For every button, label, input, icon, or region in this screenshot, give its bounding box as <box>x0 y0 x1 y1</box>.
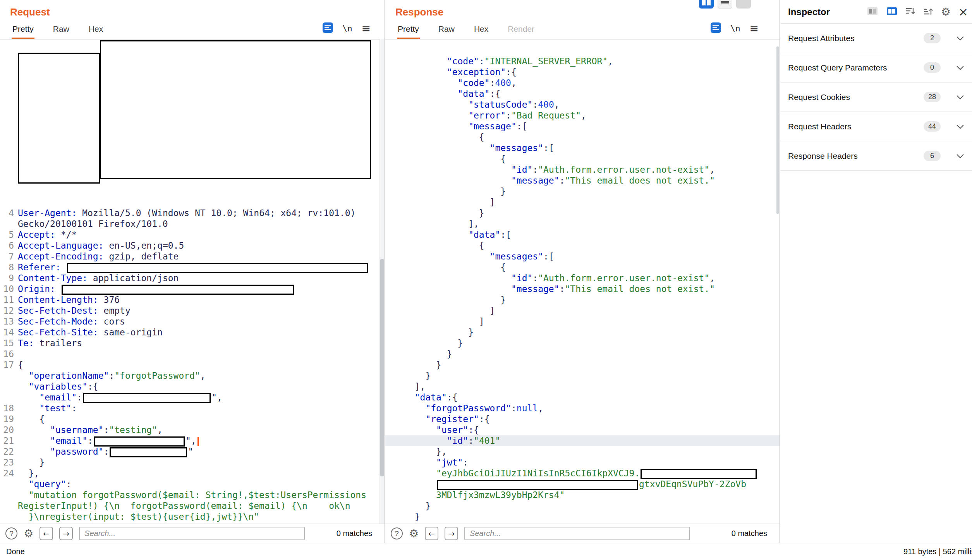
close-icon[interactable]: × <box>958 6 968 18</box>
tab-raw[interactable]: Raw <box>52 24 70 39</box>
code-line: { <box>385 153 780 164</box>
code-line: 7Accept-Encoding: gzip, deflate <box>0 251 385 262</box>
next-match-button[interactable]: → <box>59 527 73 540</box>
request-search-bar: ? ⚙ ← → 0 matches <box>0 524 385 543</box>
redaction-box <box>110 447 187 457</box>
count-badge: 2 <box>924 33 941 43</box>
tab-hex[interactable]: Hex <box>473 24 489 39</box>
code-line: 9Content-Type: application/json <box>0 273 385 283</box>
help-icon[interactable]: ? <box>5 527 17 539</box>
show-newlines-toggle[interactable]: \n <box>730 24 740 33</box>
code-line: 15Te: trailers <box>0 338 385 349</box>
code-line: } <box>385 359 780 370</box>
code-line: "register":{ <box>385 414 780 424</box>
code-line: }, <box>385 446 780 457</box>
previous-match-button[interactable]: ← <box>425 527 438 540</box>
chevron-down-icon <box>957 92 963 99</box>
gear-icon[interactable]: ⚙ <box>409 528 419 539</box>
show-newlines-toggle[interactable]: \n <box>342 24 352 33</box>
code-line: } <box>385 208 780 218</box>
code-line: "code":"INTERNAL_SERVER_ERROR", <box>385 56 780 67</box>
tab-pretty[interactable]: Pretty <box>397 24 420 39</box>
code-line: 22 "password":" <box>0 446 385 457</box>
chevron-down-icon <box>957 63 963 70</box>
code-line: { <box>385 240 780 251</box>
layout-selector-icons <box>699 0 751 9</box>
code-line: 6Accept-Language: en-US,en;q=0.5 <box>0 240 385 251</box>
gear-icon[interactable]: ⚙ <box>24 528 33 539</box>
rows-layout-icon[interactable] <box>718 0 732 9</box>
code-line: ] <box>385 197 780 208</box>
response-match-count: 0 matches <box>732 529 767 538</box>
line-number: 24 <box>0 468 14 479</box>
next-match-button[interactable]: → <box>445 527 458 540</box>
redaction-box <box>67 263 368 273</box>
tabs-layout-icon[interactable] <box>736 0 751 9</box>
line-number: 5 <box>0 229 14 240</box>
inspector-section-request-cookies[interactable]: Request Cookies28 <box>780 82 972 112</box>
gear-icon[interactable]: ⚙ <box>941 7 951 17</box>
code-line: "operationName":"forgotPassword", <box>0 370 385 381</box>
code-line: 12Sec-Fetch-Dest: empty <box>0 305 385 316</box>
soft-wrap-toggle-icon[interactable] <box>711 22 721 34</box>
code-line: } <box>385 338 780 349</box>
request-editor[interactable]: fUzO4fNczFULreqCGhxmOoQ8WXmtL44User-Agen… <box>0 40 385 524</box>
response-search-bar: ? ⚙ ← → 0 matches <box>385 524 780 543</box>
code-line: "exception":{ <box>385 67 780 77</box>
soft-wrap-toggle-icon[interactable] <box>323 22 333 34</box>
tab-hex[interactable]: Hex <box>88 24 104 39</box>
code-line: Gecko/20100101 Firefox/101.0 <box>0 218 385 229</box>
tab-raw[interactable]: Raw <box>438 24 455 39</box>
line-number: 4 <box>0 208 14 218</box>
request-panel-header: Request PrettyRawHex \n ≡ <box>0 0 385 40</box>
inspector-section-request-headers[interactable]: Request Headers44 <box>780 112 972 141</box>
redaction-box <box>18 53 100 184</box>
code-line: "jwt": <box>385 457 780 468</box>
response-viewer[interactable]: "code":"INTERNAL_SERVER_ERROR", "excepti… <box>385 40 780 524</box>
code-line: }\nregister(input: $test){user{id},jwt}}… <box>0 511 385 522</box>
code-line: ] <box>385 316 780 327</box>
chevron-down-icon <box>957 33 963 40</box>
request-search-input[interactable] <box>79 527 305 540</box>
response-code-lines: "code":"INTERNAL_SERVER_ERROR", "excepti… <box>385 56 780 524</box>
response-search-input[interactable] <box>464 527 690 540</box>
code-line: } <box>0 522 385 524</box>
request-scrollbar[interactable] <box>380 39 385 524</box>
code-line: "query": <box>0 479 385 490</box>
line-number: 12 <box>0 305 14 316</box>
code-line: ] <box>385 305 780 316</box>
editor-menu-icon[interactable]: ≡ <box>362 23 371 34</box>
request-title: Request <box>10 6 385 18</box>
split-pane-view-icon[interactable] <box>886 5 898 19</box>
line-number: 13 <box>0 316 14 327</box>
code-line: 23 } <box>0 457 385 468</box>
request-editor-icons: \n ≡ <box>323 22 371 34</box>
line-number: 8 <box>0 262 14 273</box>
code-line: } <box>385 294 780 305</box>
tab-render[interactable]: Render <box>507 24 535 39</box>
collapse-all-icon[interactable] <box>905 6 915 18</box>
inspector-section-response-headers[interactable]: Response Headers6 <box>780 141 972 171</box>
expand-all-icon[interactable] <box>923 6 933 18</box>
redaction-box <box>94 436 185 447</box>
line-number: 16 <box>0 349 14 359</box>
inspector-section-request-attributes[interactable]: Request Attributes2 <box>780 24 972 53</box>
line-number: 17 <box>0 359 14 370</box>
code-line: } <box>385 327 780 338</box>
request-scrollbar-thumb[interactable] <box>380 259 384 476</box>
columns-layout-icon[interactable] <box>699 0 714 9</box>
inspector-panel: Inspector ⚙ × <box>780 0 972 543</box>
tab-pretty[interactable]: Pretty <box>12 24 34 39</box>
code-line: } <box>385 522 780 524</box>
previous-match-button[interactable]: ← <box>39 527 53 540</box>
section-label: Request Query Parameters <box>788 63 887 72</box>
inspector-section-request-query-parameters[interactable]: Request Query Parameters0 <box>780 53 972 82</box>
section-label: Request Attributes <box>788 34 855 43</box>
code-line: 20 "username":"testing", <box>0 424 385 435</box>
single-pane-view-icon[interactable] <box>867 5 878 19</box>
help-icon[interactable]: ? <box>391 527 403 539</box>
response-scrollbar-thumb[interactable] <box>776 46 779 214</box>
code-line: 24 }, <box>0 468 385 479</box>
editor-menu-icon[interactable]: ≡ <box>750 23 759 34</box>
response-scrollbar[interactable] <box>776 39 780 524</box>
